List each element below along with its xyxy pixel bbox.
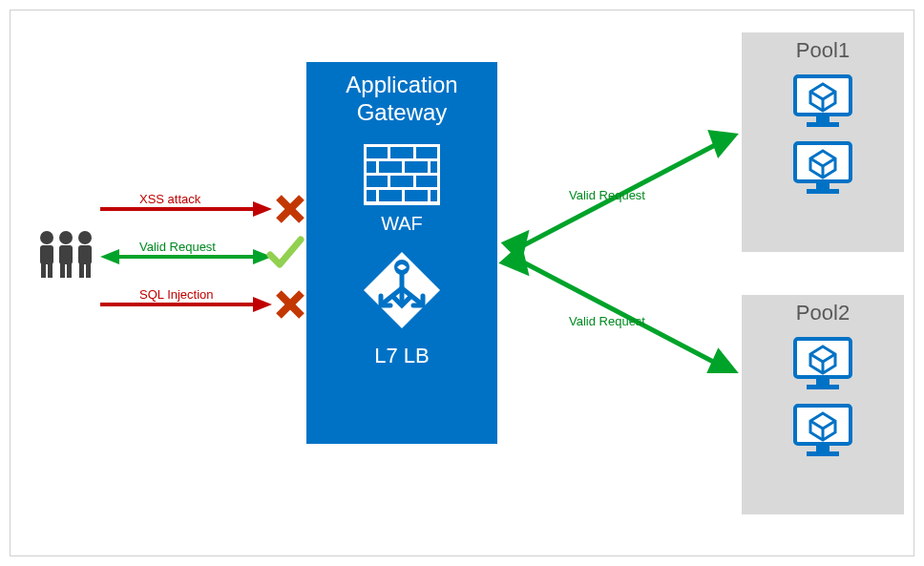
pool1-vm2 [742,139,904,197]
svg-rect-24 [367,147,388,158]
gateway-title-line2: Gateway [357,99,448,125]
svg-rect-2 [41,262,46,278]
x-icon-sql [276,290,304,319]
svg-rect-9 [78,245,92,264]
check-icon [266,234,304,272]
label-valid-left: Valid Request [139,240,216,254]
svg-rect-61 [807,385,839,389]
svg-rect-30 [430,161,437,173]
svg-rect-10 [79,262,84,278]
pool1-title: Pool1 [742,38,904,63]
svg-marker-20 [253,297,272,312]
svg-rect-55 [816,183,830,189]
pool2-vm2 [742,402,904,459]
svg-rect-28 [379,161,402,173]
svg-rect-34 [367,190,376,201]
firewall-icon [364,144,440,205]
arrows-to-pools [497,125,755,373]
svg-rect-32 [390,176,413,187]
svg-marker-16 [100,249,119,264]
svg-point-8 [78,231,92,244]
svg-rect-65 [816,446,830,451]
svg-rect-31 [367,176,388,187]
svg-point-4 [59,231,73,244]
svg-marker-13 [253,201,272,217]
x-icon-xss [276,195,304,223]
svg-line-46 [516,259,717,364]
label-xss: XSS attack [139,192,200,206]
label-valid-top: Valid Request [569,188,645,202]
pool2-vm1 [742,335,904,392]
svg-rect-56 [807,189,839,194]
l7lb-label: L7 LB [306,344,497,368]
pool2-box: Pool2 [742,295,904,514]
svg-rect-5 [59,245,73,264]
label-valid-bottom: Valid Request [569,314,645,328]
users-icon [33,228,98,282]
svg-rect-27 [367,161,376,173]
svg-rect-1 [40,245,53,264]
pool1-box: Pool1 [742,32,904,252]
svg-marker-44 [711,133,734,154]
svg-rect-60 [816,379,830,385]
load-balancer-icon [360,248,444,332]
svg-rect-6 [60,262,65,278]
svg-rect-51 [807,122,839,127]
svg-marker-48 [503,247,526,272]
svg-point-0 [40,231,53,244]
svg-rect-11 [86,262,91,278]
svg-marker-47 [709,352,734,373]
svg-rect-7 [67,262,72,278]
svg-rect-37 [430,190,437,201]
svg-rect-66 [807,451,839,456]
svg-rect-26 [416,147,437,158]
pool1-vm1 [742,73,904,130]
gateway-title: Application Gateway [306,72,497,127]
svg-rect-29 [405,161,428,173]
diagram-frame: XSS attack Valid Request SQL Injection A… [10,10,914,556]
waf-label: WAF [306,213,497,235]
svg-rect-35 [379,190,402,201]
svg-rect-50 [816,116,830,122]
label-sql: SQL Injection [139,287,214,302]
application-gateway-box: Application Gateway WAF [306,62,497,444]
svg-rect-25 [390,147,413,158]
svg-rect-33 [416,176,437,187]
gateway-title-line1: Application [346,72,457,97]
svg-rect-3 [48,262,52,278]
pool2-title: Pool2 [742,301,904,325]
svg-rect-36 [405,190,428,201]
